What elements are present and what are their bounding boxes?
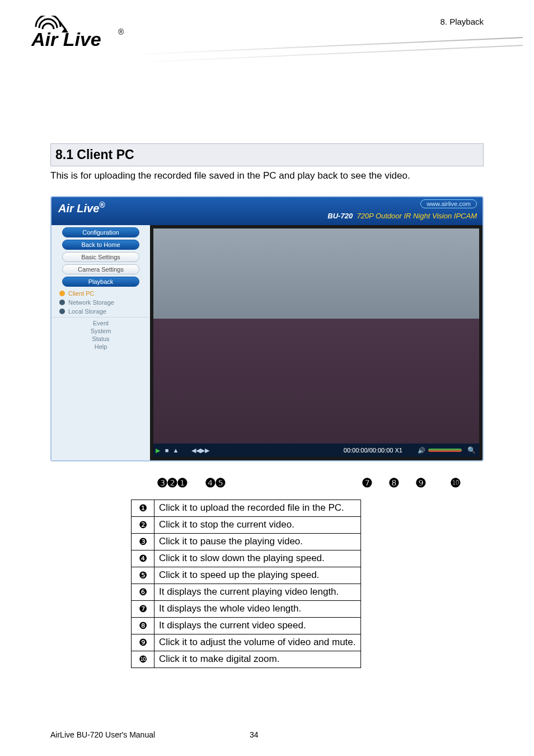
legend-table: ❶Click it to upload the recorded file in… (131, 500, 361, 668)
table-row: ❹Click it to slow down the playing speed… (132, 550, 361, 567)
sidebar-item-label: Network Storage (68, 299, 114, 306)
page-footer: AirLive BU-720 User's Manual 34 (50, 730, 155, 739)
zoom-button[interactable]: 🔍 (464, 446, 479, 454)
svg-text:®: ® (118, 27, 124, 36)
model-desc: 720P Outdoor IR Night Vision IPCAM (355, 212, 477, 220)
legend-text: Click it to make digital zoom. (154, 651, 361, 668)
marker-3: ❸ (157, 476, 168, 491)
speaker-icon[interactable]: 🔊 (417, 444, 426, 457)
app-topbar: Air Live® www.airlive.com BU-720 720P Ou… (51, 197, 483, 225)
sidebar-item-status[interactable]: Status (51, 334, 150, 342)
sidebar: Configuration Back to Home Basic Setting… (51, 225, 150, 460)
sidebar-item-playback[interactable]: Playback (62, 277, 139, 287)
sidebar-item-camera-settings[interactable]: Camera Settings (62, 264, 139, 274)
sidebar-item-local-storage[interactable]: Local Storage (51, 307, 150, 316)
table-row: ❾Click it to adjust the volume of video … (132, 634, 361, 651)
table-row: ❶Click it to upload the recorded file in… (132, 500, 361, 516)
sidebar-item-label: Local Storage (68, 308, 106, 315)
model-label: BU-720 (327, 212, 353, 220)
legend-text: Click it to stop the current video. (154, 516, 361, 533)
marker-9: ❾ (415, 476, 427, 491)
legend-num: ❸ (132, 533, 154, 550)
table-row: ❼It displays the whole video length. (132, 600, 361, 617)
sidebar-item-network-storage[interactable]: Network Storage (51, 298, 150, 307)
chapter-reference: 8. Playback (440, 17, 484, 26)
sidebar-item-event[interactable]: Event (51, 319, 150, 326)
legend-text: It displays the current video speed. (154, 617, 361, 634)
legend-num: ❶ (132, 500, 154, 516)
table-row: ❸Click it to pause the playing video. (132, 533, 361, 550)
play-button[interactable]: ▶ (153, 444, 162, 457)
video-area: ▶ ■ ▲ ◀◀ ▶▶ 00:00:00/00:00:00 X1 🔊 🔍 (150, 225, 483, 460)
legend-num: ❾ (132, 634, 154, 651)
table-row: ❻It displays the current playing video l… (132, 584, 361, 600)
marker-8: ❽ (388, 476, 400, 491)
marker-2: ❷ (167, 476, 178, 491)
legend-text: Click it to pause the playing video. (154, 533, 361, 550)
legend-body: ❶Click it to upload the recorded file in… (132, 500, 361, 668)
legend-num: ❿ (132, 651, 154, 668)
legend-text: It displays the whole video length. (154, 600, 361, 617)
sidebar-item-back-home[interactable]: Back to Home (62, 240, 139, 250)
table-row: ❽It displays the current video speed. (132, 617, 361, 634)
annotation-markers: ❸ ❷ ❶ ❹ ❺ ❼ ❽ ❾ ❿ (50, 476, 481, 497)
sidebar-item-help[interactable]: Help (51, 342, 150, 350)
app-screenshot: Air Live® www.airlive.com BU-720 720P Ou… (50, 196, 484, 461)
page-number: 34 (250, 730, 259, 739)
sidebar-item-client-pc[interactable]: Client PC (51, 289, 150, 298)
legend-num: ❺ (132, 567, 154, 584)
marker-7: ❼ (362, 476, 373, 491)
legend-num: ❷ (132, 516, 154, 533)
model-desc-text: 720P Outdoor IR Night Vision IPCAM (357, 212, 477, 220)
app-brand-label: Air Live (58, 202, 99, 214)
legend-num: ❼ (132, 600, 154, 617)
bullet-icon (59, 309, 65, 314)
app-brand: Air Live® (58, 200, 105, 215)
table-row: ❿Click it to make digital zoom. (132, 651, 361, 668)
marker-10: ❿ (450, 476, 461, 491)
header-divider (132, 37, 523, 55)
legend-text: Click it to speed up the playing speed. (154, 567, 361, 584)
playback-control-bar: ▶ ■ ▲ ◀◀ ▶▶ 00:00:00/00:00:00 X1 🔊 🔍 (153, 444, 479, 457)
manual-title: AirLive BU-720 User's Manual (50, 730, 155, 739)
stop-button[interactable]: ■ (162, 444, 171, 457)
table-row: ❷Click it to stop the current video. (132, 516, 361, 533)
brand-logo: Air Live ® (31, 16, 127, 53)
legend-text: It displays the current playing video le… (154, 584, 361, 600)
sidebar-item-system[interactable]: System (51, 326, 150, 334)
volume-slider[interactable] (428, 449, 462, 452)
fast-forward-button[interactable]: ▶▶ (200, 444, 209, 457)
legend-num: ❽ (132, 617, 154, 634)
legend-num: ❻ (132, 584, 154, 600)
legend-num: ❹ (132, 550, 154, 567)
marker-5: ❺ (215, 476, 226, 491)
time-display: 00:00:00/00:00:00 X1 (340, 447, 406, 454)
bullet-icon (59, 300, 65, 305)
legend-text: Click it to adjust the volume of video a… (154, 634, 361, 651)
airlive-logo-svg: Air Live ® (31, 16, 127, 50)
website-link[interactable]: www.airlive.com (420, 199, 477, 208)
marker-1: ❶ (177, 476, 188, 491)
sidebar-item-label: Client PC (68, 290, 94, 297)
rewind-button[interactable]: ◀◀ (191, 444, 200, 457)
upload-button[interactable]: ▲ (171, 444, 180, 457)
model-line: BU-720 720P Outdoor IR Night Vision IPCA… (327, 212, 477, 220)
bullet-icon (59, 291, 65, 296)
section-intro: This is for uploading the recorded file … (50, 170, 484, 183)
page-header: Air Live ® 8. Playback (0, 0, 534, 59)
legend-text: Click it to upload the recorded file in … (154, 500, 361, 516)
legend-text: Click it to slow down the playing speed. (154, 550, 361, 567)
video-frame (153, 228, 479, 444)
table-row: ❺Click it to speed up the playing speed. (132, 567, 361, 584)
marker-4: ❹ (205, 476, 216, 491)
sidebar-item-configuration[interactable]: Configuration (62, 227, 139, 237)
svg-text:Air Live: Air Live (31, 29, 101, 50)
sidebar-item-basic-settings[interactable]: Basic Settings (62, 252, 139, 262)
section-title: 8.1 Client PC (50, 143, 484, 166)
